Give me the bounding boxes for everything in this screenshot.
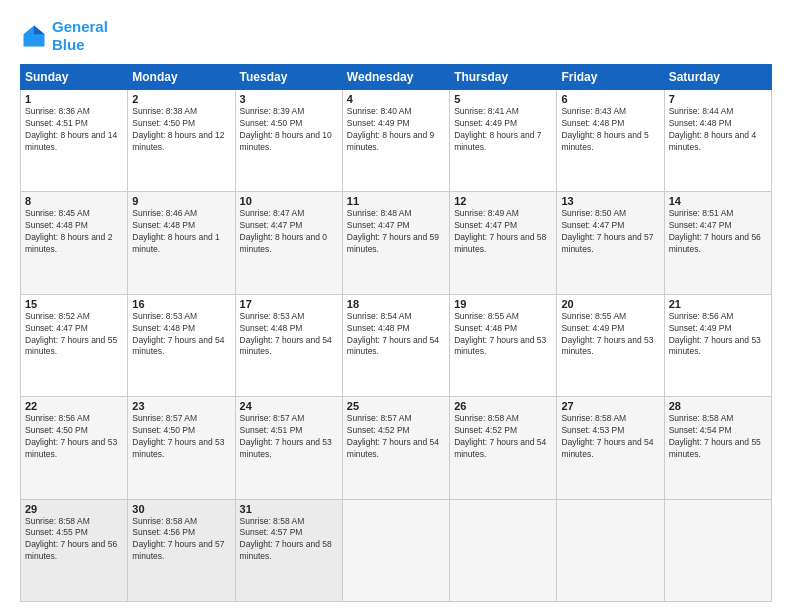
calendar-week-5: 29 Sunrise: 8:58 AMSunset: 4:55 PMDaylig…	[21, 499, 772, 601]
day-number: 11	[347, 195, 445, 207]
day-number: 25	[347, 400, 445, 412]
day-info: Sunrise: 8:46 AMSunset: 4:48 PMDaylight:…	[132, 208, 230, 256]
day-number: 10	[240, 195, 338, 207]
day-number: 8	[25, 195, 123, 207]
logo: General Blue	[20, 18, 108, 54]
calendar-cell: 22 Sunrise: 8:56 AMSunset: 4:50 PMDaylig…	[21, 397, 128, 499]
calendar-cell: 18 Sunrise: 8:54 AMSunset: 4:48 PMDaylig…	[342, 294, 449, 396]
day-info: Sunrise: 8:40 AMSunset: 4:49 PMDaylight:…	[347, 106, 445, 154]
calendar-header-thursday: Thursday	[450, 65, 557, 90]
svg-marker-1	[34, 26, 45, 35]
logo-icon	[20, 22, 48, 50]
day-info: Sunrise: 8:38 AMSunset: 4:50 PMDaylight:…	[132, 106, 230, 154]
calendar-cell: 15 Sunrise: 8:52 AMSunset: 4:47 PMDaylig…	[21, 294, 128, 396]
calendar-header-wednesday: Wednesday	[342, 65, 449, 90]
day-number: 28	[669, 400, 767, 412]
calendar-cell: 28 Sunrise: 8:58 AMSunset: 4:54 PMDaylig…	[664, 397, 771, 499]
day-number: 16	[132, 298, 230, 310]
day-number: 22	[25, 400, 123, 412]
calendar-week-4: 22 Sunrise: 8:56 AMSunset: 4:50 PMDaylig…	[21, 397, 772, 499]
day-info: Sunrise: 8:56 AMSunset: 4:49 PMDaylight:…	[669, 311, 767, 359]
calendar-week-1: 1 Sunrise: 8:36 AMSunset: 4:51 PMDayligh…	[21, 90, 772, 192]
day-info: Sunrise: 8:47 AMSunset: 4:47 PMDaylight:…	[240, 208, 338, 256]
calendar-cell	[557, 499, 664, 601]
calendar-cell: 29 Sunrise: 8:58 AMSunset: 4:55 PMDaylig…	[21, 499, 128, 601]
day-info: Sunrise: 8:58 AMSunset: 4:53 PMDaylight:…	[561, 413, 659, 461]
day-info: Sunrise: 8:55 AMSunset: 4:48 PMDaylight:…	[454, 311, 552, 359]
day-number: 29	[25, 503, 123, 515]
calendar-week-2: 8 Sunrise: 8:45 AMSunset: 4:48 PMDayligh…	[21, 192, 772, 294]
day-info: Sunrise: 8:45 AMSunset: 4:48 PMDaylight:…	[25, 208, 123, 256]
day-number: 1	[25, 93, 123, 105]
calendar-cell: 24 Sunrise: 8:57 AMSunset: 4:51 PMDaylig…	[235, 397, 342, 499]
calendar-cell: 13 Sunrise: 8:50 AMSunset: 4:47 PMDaylig…	[557, 192, 664, 294]
calendar-cell: 25 Sunrise: 8:57 AMSunset: 4:52 PMDaylig…	[342, 397, 449, 499]
logo-text: General Blue	[52, 18, 108, 54]
calendar-cell: 10 Sunrise: 8:47 AMSunset: 4:47 PMDaylig…	[235, 192, 342, 294]
day-number: 3	[240, 93, 338, 105]
day-info: Sunrise: 8:56 AMSunset: 4:50 PMDaylight:…	[25, 413, 123, 461]
calendar-cell: 4 Sunrise: 8:40 AMSunset: 4:49 PMDayligh…	[342, 90, 449, 192]
day-number: 15	[25, 298, 123, 310]
calendar-cell: 31 Sunrise: 8:58 AMSunset: 4:57 PMDaylig…	[235, 499, 342, 601]
day-info: Sunrise: 8:50 AMSunset: 4:47 PMDaylight:…	[561, 208, 659, 256]
calendar-cell: 16 Sunrise: 8:53 AMSunset: 4:48 PMDaylig…	[128, 294, 235, 396]
calendar-cell: 5 Sunrise: 8:41 AMSunset: 4:49 PMDayligh…	[450, 90, 557, 192]
day-info: Sunrise: 8:48 AMSunset: 4:47 PMDaylight:…	[347, 208, 445, 256]
calendar-cell: 20 Sunrise: 8:55 AMSunset: 4:49 PMDaylig…	[557, 294, 664, 396]
day-number: 23	[132, 400, 230, 412]
calendar-cell	[664, 499, 771, 601]
calendar-week-3: 15 Sunrise: 8:52 AMSunset: 4:47 PMDaylig…	[21, 294, 772, 396]
day-info: Sunrise: 8:49 AMSunset: 4:47 PMDaylight:…	[454, 208, 552, 256]
day-info: Sunrise: 8:39 AMSunset: 4:50 PMDaylight:…	[240, 106, 338, 154]
day-info: Sunrise: 8:58 AMSunset: 4:55 PMDaylight:…	[25, 516, 123, 564]
calendar-cell: 3 Sunrise: 8:39 AMSunset: 4:50 PMDayligh…	[235, 90, 342, 192]
day-number: 27	[561, 400, 659, 412]
calendar-cell: 6 Sunrise: 8:43 AMSunset: 4:48 PMDayligh…	[557, 90, 664, 192]
day-number: 7	[669, 93, 767, 105]
calendar-cell: 27 Sunrise: 8:58 AMSunset: 4:53 PMDaylig…	[557, 397, 664, 499]
calendar-cell: 19 Sunrise: 8:55 AMSunset: 4:48 PMDaylig…	[450, 294, 557, 396]
calendar-cell: 12 Sunrise: 8:49 AMSunset: 4:47 PMDaylig…	[450, 192, 557, 294]
calendar-cell: 1 Sunrise: 8:36 AMSunset: 4:51 PMDayligh…	[21, 90, 128, 192]
day-info: Sunrise: 8:51 AMSunset: 4:47 PMDaylight:…	[669, 208, 767, 256]
day-info: Sunrise: 8:43 AMSunset: 4:48 PMDaylight:…	[561, 106, 659, 154]
day-info: Sunrise: 8:57 AMSunset: 4:50 PMDaylight:…	[132, 413, 230, 461]
day-info: Sunrise: 8:41 AMSunset: 4:49 PMDaylight:…	[454, 106, 552, 154]
day-number: 24	[240, 400, 338, 412]
day-info: Sunrise: 8:36 AMSunset: 4:51 PMDaylight:…	[25, 106, 123, 154]
day-info: Sunrise: 8:44 AMSunset: 4:48 PMDaylight:…	[669, 106, 767, 154]
day-number: 9	[132, 195, 230, 207]
calendar-cell: 8 Sunrise: 8:45 AMSunset: 4:48 PMDayligh…	[21, 192, 128, 294]
calendar-cell: 30 Sunrise: 8:58 AMSunset: 4:56 PMDaylig…	[128, 499, 235, 601]
day-number: 30	[132, 503, 230, 515]
calendar-cell: 11 Sunrise: 8:48 AMSunset: 4:47 PMDaylig…	[342, 192, 449, 294]
day-info: Sunrise: 8:52 AMSunset: 4:47 PMDaylight:…	[25, 311, 123, 359]
calendar-header-tuesday: Tuesday	[235, 65, 342, 90]
day-info: Sunrise: 8:58 AMSunset: 4:56 PMDaylight:…	[132, 516, 230, 564]
calendar-cell: 26 Sunrise: 8:58 AMSunset: 4:52 PMDaylig…	[450, 397, 557, 499]
day-number: 26	[454, 400, 552, 412]
day-info: Sunrise: 8:58 AMSunset: 4:54 PMDaylight:…	[669, 413, 767, 461]
page: General Blue SundayMondayTuesdayWednesda…	[0, 0, 792, 612]
day-number: 13	[561, 195, 659, 207]
day-info: Sunrise: 8:58 AMSunset: 4:52 PMDaylight:…	[454, 413, 552, 461]
calendar-cell: 17 Sunrise: 8:53 AMSunset: 4:48 PMDaylig…	[235, 294, 342, 396]
day-number: 19	[454, 298, 552, 310]
day-number: 17	[240, 298, 338, 310]
calendar-cell: 9 Sunrise: 8:46 AMSunset: 4:48 PMDayligh…	[128, 192, 235, 294]
calendar-header-monday: Monday	[128, 65, 235, 90]
day-number: 12	[454, 195, 552, 207]
day-number: 20	[561, 298, 659, 310]
day-number: 5	[454, 93, 552, 105]
calendar-cell	[450, 499, 557, 601]
calendar-header-row: SundayMondayTuesdayWednesdayThursdayFrid…	[21, 65, 772, 90]
calendar-cell: 23 Sunrise: 8:57 AMSunset: 4:50 PMDaylig…	[128, 397, 235, 499]
calendar-cell: 14 Sunrise: 8:51 AMSunset: 4:47 PMDaylig…	[664, 192, 771, 294]
day-info: Sunrise: 8:54 AMSunset: 4:48 PMDaylight:…	[347, 311, 445, 359]
calendar-cell	[342, 499, 449, 601]
calendar-header-friday: Friday	[557, 65, 664, 90]
calendar-header-saturday: Saturday	[664, 65, 771, 90]
day-number: 14	[669, 195, 767, 207]
calendar-table: SundayMondayTuesdayWednesdayThursdayFrid…	[20, 64, 772, 602]
